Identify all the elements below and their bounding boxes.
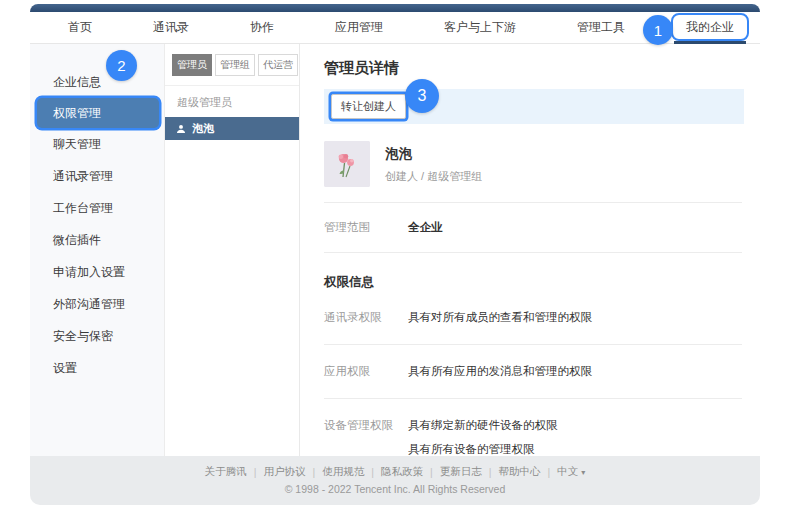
divider [324, 398, 742, 399]
nav-item-home[interactable]: 首页 [68, 12, 92, 43]
settings-sidebar: 企业信息 权限管理 聊天管理 通讯录管理 工作台管理 微信插件 申请加入设置 外… [30, 44, 165, 456]
footer-link-about-tencent[interactable]: 关于腾讯 [205, 465, 247, 479]
footer: 关于腾讯 | 用户协议 | 使用规范 | 隐私政策 | 更新日志 | 帮助中心 … [30, 456, 760, 505]
scope-row: 管理范围 全企业 [324, 203, 744, 252]
avatar [324, 141, 370, 187]
content-area: 企业信息 权限管理 聊天管理 通讯录管理 工作台管理 微信插件 申请加入设置 外… [30, 44, 760, 456]
admin-detail-panel: 管理员详情 转让创建人 [300, 44, 760, 456]
tab-admin[interactable]: 管理员 [172, 54, 212, 76]
footer-links: 关于腾讯 | 用户协议 | 使用规范 | 隐私政策 | 更新日志 | 帮助中心 … [30, 465, 760, 479]
copyright: © 1998 - 2022 Tencent Inc. All Rights Re… [30, 483, 760, 495]
sidebar-item-settings[interactable]: 设置 [30, 352, 164, 384]
separator: | [430, 466, 433, 478]
tab-agent-operation[interactable]: 代运营 [258, 54, 298, 76]
permissions-section-title: 权限信息 [324, 274, 744, 291]
tab-admin-group[interactable]: 管理组 [215, 54, 255, 76]
sidebar-item-workbench-management[interactable]: 工作台管理 [30, 192, 164, 224]
sidebar-item-company-info[interactable]: 企业信息 [30, 66, 164, 98]
profile-role: 创建人 / 超级管理组 [385, 169, 482, 184]
person-icon [176, 124, 186, 134]
permission-label: 通讯录权限 [324, 310, 408, 325]
permission-value: 具有所有应用的发消息和管理的权限 [408, 364, 592, 379]
detail-toolbar: 转让创建人 [324, 89, 744, 124]
admin-tabs: 管理员 管理组 代运营 + [165, 44, 299, 86]
footer-link-usage-rules[interactable]: 使用规范 [322, 465, 364, 479]
permission-value: 具有对所有成员的查看和管理的权限 [408, 310, 592, 325]
separator: | [548, 466, 551, 478]
screenshot-canvas: 首页 通讯录 协作 应用管理 客户与上下游 管理工具 我的企业 1 2 3 企业… [0, 0, 789, 510]
admin-group-label: 超级管理员 [165, 86, 299, 117]
profile-name: 泡泡 [385, 145, 482, 163]
admin-profile: 泡泡 创建人 / 超级管理组 [324, 141, 744, 187]
nav-item-label: 我的企业 [686, 19, 734, 36]
separator: | [313, 466, 316, 478]
annotation-step-3-badge: 3 [405, 79, 439, 113]
footer-link-privacy-policy[interactable]: 隐私政策 [381, 465, 423, 479]
profile-text: 泡泡 创建人 / 超级管理组 [385, 145, 482, 184]
permission-value: 具有绑定新的硬件设备的权限 具有所有设备的管理权限 [408, 418, 558, 457]
permission-label: 设备管理权限 [324, 418, 408, 457]
sidebar-item-chat-management[interactable]: 聊天管理 [30, 128, 164, 160]
permission-row-contacts: 通讯录权限 具有对所有成员的查看和管理的权限 [324, 310, 744, 325]
permission-row-apps: 应用权限 具有所有应用的发消息和管理的权限 [324, 364, 744, 379]
caret-down-icon: ▾ [581, 468, 585, 477]
separator: | [371, 466, 374, 478]
annotation-step-2-badge: 2 [106, 50, 137, 81]
top-accent-bar [30, 4, 760, 12]
nav-item-my-company[interactable]: 我的企业 [686, 12, 734, 43]
admin-name: 泡泡 [192, 121, 214, 136]
footer-link-changelog[interactable]: 更新日志 [440, 465, 482, 479]
page-title: 管理员详情 [324, 59, 744, 78]
nav-item-app-management[interactable]: 应用管理 [335, 12, 383, 43]
nav-item-management-tools[interactable]: 管理工具 [577, 12, 625, 43]
language-selector[interactable]: 中文 ▾ [557, 465, 585, 479]
divider [324, 252, 742, 253]
admin-list-item[interactable]: 泡泡 [165, 117, 299, 140]
language-label: 中文 [557, 465, 578, 477]
nav-item-contacts[interactable]: 通讯录 [153, 12, 189, 43]
nav-item-customers[interactable]: 客户与上下游 [444, 12, 516, 43]
nav-item-collaboration[interactable]: 协作 [250, 12, 274, 43]
sidebar-item-security[interactable]: 安全与保密 [30, 320, 164, 352]
flower-avatar-image [324, 141, 370, 187]
transfer-creator-button[interactable]: 转让创建人 [331, 94, 406, 119]
sidebar-item-wechat-plugin[interactable]: 微信插件 [30, 224, 164, 256]
permission-line-1: 具有绑定新的硬件设备的权限 [408, 418, 558, 433]
sidebar-item-join-settings[interactable]: 申请加入设置 [30, 256, 164, 288]
permission-line-2: 具有所有设备的管理权限 [408, 442, 558, 457]
divider [324, 344, 742, 345]
permission-label: 应用权限 [324, 364, 408, 379]
admin-list-panel: 管理员 管理组 代运营 + 超级管理员 泡泡 [165, 44, 300, 456]
sidebar-item-contacts-management[interactable]: 通讯录管理 [30, 160, 164, 192]
app-window: 首页 通讯录 协作 应用管理 客户与上下游 管理工具 我的企业 1 2 3 企业… [30, 4, 760, 505]
sidebar-item-external-communication[interactable]: 外部沟通管理 [30, 288, 164, 320]
footer-link-help-center[interactable]: 帮助中心 [499, 465, 541, 479]
separator: | [254, 466, 257, 478]
annotation-step-1-badge: 1 [643, 15, 673, 45]
separator: | [489, 466, 492, 478]
permission-row-devices: 设备管理权限 具有绑定新的硬件设备的权限 具有所有设备的管理权限 [324, 418, 744, 457]
footer-link-user-agreement[interactable]: 用户协议 [264, 465, 306, 479]
scope-value: 全企业 [408, 220, 443, 235]
scope-label: 管理范围 [324, 220, 408, 235]
sidebar-item-permission-management[interactable]: 权限管理 [37, 98, 159, 128]
